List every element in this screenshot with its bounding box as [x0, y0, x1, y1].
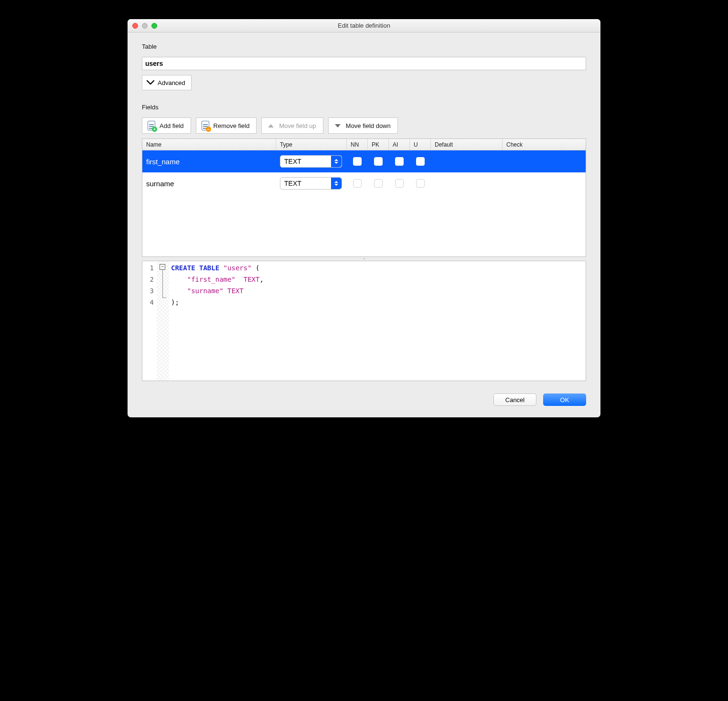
add-field-icon: + [147, 121, 156, 130]
close-icon[interactable] [132, 23, 138, 29]
remove-field-icon: − [201, 121, 210, 130]
edit-table-window: Edit table definition Table Advanced Fie… [128, 19, 600, 417]
sql-preview: 1 2 3 4 − CREATE TABLE "users" ( "first_… [142, 261, 586, 381]
minimize-icon[interactable] [142, 23, 148, 29]
triangle-down-icon [333, 121, 342, 130]
u-checkbox[interactable] [416, 179, 425, 188]
field-type-select[interactable]: TEXT [280, 177, 342, 190]
fields-section-label: Fields [142, 104, 586, 111]
advanced-label: Advanced [158, 79, 185, 86]
grid-header: Name Type NN PK AI U Default Check [142, 139, 586, 150]
fold-collapse-icon[interactable]: − [160, 264, 165, 270]
table-section-label: Table [142, 43, 586, 50]
fields-grid: Name Type NN PK AI U Default Check first… [142, 138, 586, 257]
line-number-gutter: 1 2 3 4 [142, 261, 157, 381]
field-type-select[interactable]: TEXT [280, 155, 342, 168]
header-u[interactable]: U [410, 139, 431, 150]
window-title: Edit table definition [128, 22, 600, 29]
field-row[interactable]: first_name TEXT [142, 150, 586, 172]
dialog-footer: Cancel OK [142, 393, 586, 406]
header-nn[interactable]: NN [347, 139, 368, 150]
header-ai[interactable]: AI [389, 139, 410, 150]
header-type[interactable]: Type [276, 139, 347, 150]
ok-button[interactable]: OK [543, 393, 586, 406]
default-cell[interactable] [431, 159, 503, 163]
ai-checkbox[interactable] [395, 157, 404, 166]
header-default[interactable]: Default [431, 139, 503, 150]
maximize-icon[interactable] [151, 23, 157, 29]
field-name-cell[interactable]: surname [142, 178, 276, 190]
splitter-handle[interactable]: • [142, 257, 586, 261]
dropdown-arrow-icon [331, 156, 342, 167]
add-field-button[interactable]: + Add field [142, 117, 191, 134]
window-controls [128, 23, 157, 29]
grid-body: first_name TEXT [142, 150, 586, 256]
nn-checkbox[interactable] [353, 179, 362, 188]
dropdown-arrow-icon [331, 178, 342, 189]
remove-field-button[interactable]: − Remove field [196, 117, 257, 134]
header-pk[interactable]: PK [368, 139, 389, 150]
header-name[interactable]: Name [142, 139, 276, 150]
check-cell[interactable] [503, 159, 586, 163]
fold-gutter: − [157, 261, 169, 381]
move-field-down-button[interactable]: Move field down [328, 117, 398, 134]
nn-checkbox[interactable] [353, 157, 362, 166]
chevron-down-icon [146, 80, 155, 85]
move-field-up-button[interactable]: Move field up [261, 117, 323, 134]
check-cell[interactable] [503, 181, 586, 185]
pk-checkbox[interactable] [374, 157, 383, 166]
sql-code[interactable]: CREATE TABLE "users" ( "first_name" TEXT… [169, 261, 266, 381]
pk-checkbox[interactable] [374, 179, 383, 188]
field-row[interactable]: surname TEXT [142, 172, 586, 194]
titlebar: Edit table definition [128, 19, 600, 32]
triangle-up-icon [267, 121, 275, 130]
u-checkbox[interactable] [416, 157, 425, 166]
fields-toolbar: + Add field − Remove field Move field up… [142, 117, 586, 134]
ai-checkbox[interactable] [395, 179, 404, 188]
advanced-button[interactable]: Advanced [142, 75, 192, 90]
default-cell[interactable] [431, 181, 503, 185]
field-name-cell[interactable]: first_name [142, 156, 276, 168]
cancel-button[interactable]: Cancel [493, 393, 536, 406]
table-name-input[interactable] [142, 57, 586, 70]
header-check[interactable]: Check [503, 139, 586, 150]
